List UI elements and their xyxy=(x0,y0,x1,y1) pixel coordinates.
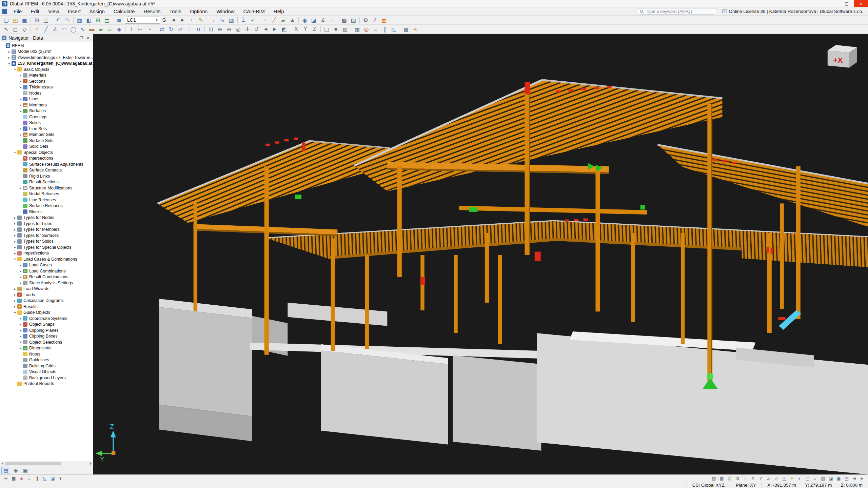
tree-item-nodes[interactable]: •Nodes xyxy=(0,90,93,96)
load-case-combo[interactable]: LC1▾ xyxy=(125,17,160,24)
new-model-button[interactable]: ▢ xyxy=(2,16,11,24)
tree-item-structure-modifications[interactable]: ▸▦Structure Modifications xyxy=(0,185,93,191)
tree-expand-arrow-icon[interactable]: ▸ xyxy=(18,109,23,113)
menu-view[interactable]: View xyxy=(44,7,63,15)
tree-item-loads[interactable]: ▸↓Loads xyxy=(0,292,93,298)
tree-item-openings[interactable]: Openings xyxy=(0,114,93,120)
new-load-case-button[interactable]: + xyxy=(187,16,196,24)
snap-toggle-button[interactable]: ◎ xyxy=(362,25,371,33)
tree-expand-arrow-icon[interactable]: ▸ xyxy=(13,216,17,220)
tree-expand-arrow-icon[interactable]: ▸ xyxy=(7,56,12,59)
draw-member-button[interactable]: ▬ xyxy=(87,25,96,33)
tree-collapse-arrow-icon[interactable]: ▾ xyxy=(13,311,17,314)
tree-collapse-arrow-icon[interactable]: ▾ xyxy=(13,67,17,71)
menu-help[interactable]: Help xyxy=(269,7,289,15)
draw-line-button[interactable]: ╱ xyxy=(41,25,51,33)
zoom-all-button[interactable]: ◎ xyxy=(234,25,243,33)
plane-xy-button[interactable]: ◪ xyxy=(49,475,57,482)
view-in-x-button[interactable]: X xyxy=(292,25,301,33)
search-input[interactable] xyxy=(646,9,714,14)
tree-expand-arrow-icon[interactable]: ▸ xyxy=(18,133,23,137)
visibility-button[interactable]: ◉ xyxy=(300,16,309,24)
scroll-right-arrow-icon[interactable] xyxy=(88,461,93,466)
tree-expand-arrow-icon[interactable]: ▸ xyxy=(13,251,17,255)
tree-item-load-cases[interactable]: ▸LLoad Cases xyxy=(0,262,93,268)
spreadsheet-button[interactable]: ▤ xyxy=(102,16,112,24)
tree-expand-arrow-icon[interactable]: ▸ xyxy=(18,269,23,273)
copy-button[interactable]: ◫ xyxy=(41,16,51,24)
tree-item-153-kindergarten-c-www-agabau-at-rf5[interactable]: ▾◉153_Kindergarten_(C)www.agabau.at.rf5* xyxy=(0,61,93,67)
display-navigator-button[interactable]: ▤ xyxy=(710,475,718,482)
tree-item-object-snaps[interactable]: ▸Object Snaps xyxy=(0,322,93,328)
zoom-in-button[interactable]: ⊕ xyxy=(215,25,224,33)
tree-expand-arrow-icon[interactable]: ▸ xyxy=(13,240,17,243)
help-button[interactable]: ? xyxy=(370,16,379,24)
tree-item-calculation-diagrams[interactable]: ▸Calculation Diagrams xyxy=(0,298,93,304)
tree-collapse-arrow-icon[interactable]: ▾ xyxy=(13,150,17,154)
mini-tables-button[interactable]: ▦ xyxy=(718,475,726,482)
menu-assign[interactable]: Assign xyxy=(85,7,109,15)
work-plane-button[interactable]: ◺ xyxy=(389,25,398,33)
zoom-extents-button[interactable]: ⊡ xyxy=(733,475,741,482)
tree-item-clipping-boxes[interactable]: ▸Clipping Boxes xyxy=(0,333,93,340)
tree-item-solid-sets[interactable]: Solid Sets xyxy=(0,144,93,150)
scroll-left-arrow-icon[interactable] xyxy=(0,461,5,466)
tree-item-coordinate-systems[interactable]: ▸+Coordinate Systems xyxy=(0,316,93,322)
tree-item-model-002-2-rf6[interactable]: ▸◫Model 002 (2).rf6* xyxy=(0,49,93,55)
divide-button[interactable]: ÷ xyxy=(185,25,194,33)
tree-expand-arrow-icon[interactable]: ▸ xyxy=(13,305,17,308)
result-table-button[interactable]: ▥ xyxy=(227,16,236,24)
screenshot-button[interactable]: ▣ xyxy=(835,475,843,482)
shadow-button[interactable]: ◐ xyxy=(796,475,804,482)
settings-button[interactable]: ⚙ xyxy=(361,16,370,24)
mesh-button[interactable]: ▩ xyxy=(340,16,349,24)
select-special-button[interactable]: ◇ xyxy=(20,25,29,33)
insert-surface-button[interactable]: ▰ xyxy=(279,16,288,24)
calculate-all-button[interactable]: Σ xyxy=(239,16,248,24)
save-model-button[interactable]: ▣ xyxy=(20,16,29,24)
show-results-button[interactable]: ∿ xyxy=(218,16,227,24)
view-z-button[interactable]: Z xyxy=(765,475,772,482)
tree-expand-arrow-icon[interactable]: ▸ xyxy=(13,222,17,225)
tree-item-types-for-nodes[interactable]: ▸Types for Nodes xyxy=(0,215,93,221)
tree-item-surface-sets[interactable]: Surface Sets xyxy=(0,138,93,144)
tree-expand-arrow-icon[interactable]: ▸ xyxy=(18,275,23,279)
tree-item-results[interactable]: ▸∿Results xyxy=(0,304,93,310)
clip-box-button[interactable]: ◪ xyxy=(827,475,835,482)
tree-item-rigid-links[interactable]: Rigid Links xyxy=(0,173,93,179)
draw-circle-button[interactable]: ◯ xyxy=(69,25,78,33)
mesh-settings-button[interactable]: ▨ xyxy=(349,16,358,24)
menu-options[interactable]: Options xyxy=(185,7,212,15)
view-in-y-button[interactable]: Y xyxy=(301,25,310,33)
connect-members-button[interactable]: ∪ xyxy=(194,25,203,33)
tree-item-blocks[interactable]: Blocks xyxy=(0,209,93,215)
menu-results[interactable]: Results xyxy=(139,7,165,15)
isometric-button[interactable]: ◇ xyxy=(772,475,780,482)
tree-expand-arrow-icon[interactable]: ▸ xyxy=(18,328,23,332)
draw-opening-button[interactable]: ▱ xyxy=(105,25,115,33)
navigator-hscrollbar[interactable] xyxy=(0,461,93,466)
tree-item-printout-reports[interactable]: Printout Reports xyxy=(0,381,93,387)
menu-insert[interactable]: Insert xyxy=(63,7,85,15)
object-info-button[interactable]: i xyxy=(741,475,749,482)
menu-file[interactable]: File xyxy=(9,7,26,15)
view-in-z-button[interactable]: Z xyxy=(310,25,319,33)
redo-button[interactable]: ↷ xyxy=(63,16,72,24)
tree-expand-arrow-icon[interactable]: ▸ xyxy=(18,103,23,107)
tree-item-intersections[interactable]: ✕Intersections xyxy=(0,156,93,162)
object-snap-button[interactable]: ◈ xyxy=(18,475,25,482)
tree-item-guidelines[interactable]: Guidelines xyxy=(0,357,93,363)
tree-item-load-combinations[interactable]: ▸CLoad Combinations xyxy=(0,268,93,274)
previous-load-case-button[interactable]: ◄ xyxy=(169,16,178,24)
work-plane-selector-button[interactable]: ◺ xyxy=(41,475,49,482)
tree-item-surface-results-adjustments[interactable]: Surface Results Adjustments xyxy=(0,161,93,167)
navigator-tab-display[interactable]: ◉ xyxy=(11,467,20,474)
numbering-button[interactable]: # xyxy=(811,475,819,482)
close-button[interactable]: ✕ xyxy=(854,0,868,7)
navigator-toggle-button[interactable]: ◧ xyxy=(84,16,93,24)
table-input-button[interactable]: ⊞ xyxy=(93,16,102,24)
maximize-button[interactable]: ▢ xyxy=(840,0,854,7)
isometric-view-button[interactable]: ◩ xyxy=(279,25,289,33)
tree-collapse-arrow-icon[interactable]: ▾ xyxy=(13,257,17,261)
tree-expand-arrow-icon[interactable]: ▸ xyxy=(18,186,23,190)
